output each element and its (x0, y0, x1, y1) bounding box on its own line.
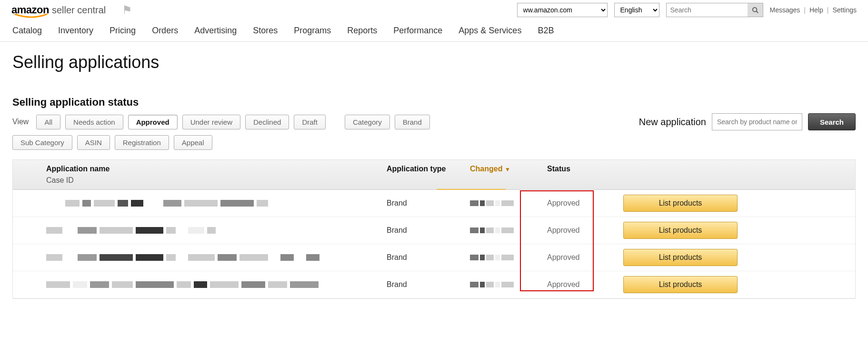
cell-application-name (46, 200, 387, 207)
cell-status: Approved (547, 199, 623, 208)
nav-catalog[interactable]: Catalog (12, 26, 42, 36)
nav-inventory[interactable]: Inventory (58, 26, 93, 36)
list-products-button[interactable]: List products (623, 222, 738, 239)
th-application-type[interactable]: Application type (387, 165, 470, 185)
language-select[interactable]: English (614, 3, 659, 17)
marketplace-select[interactable]: ww.amazon.com (517, 3, 608, 17)
filter-appeal[interactable]: Appeal (174, 135, 212, 150)
section-title: Selling application status (12, 96, 856, 109)
page-title: Selling applications (12, 52, 856, 72)
cell-changed (470, 200, 547, 206)
nav-orders[interactable]: Orders (152, 26, 178, 36)
global-search-input[interactable] (667, 3, 748, 17)
nav-performance[interactable]: Performance (393, 26, 442, 36)
list-products-button[interactable]: List products (623, 195, 738, 212)
cell-application-name (46, 281, 387, 288)
logo[interactable]: amazon seller central (11, 4, 106, 16)
nav-reports[interactable]: Reports (347, 26, 377, 36)
filter-all[interactable]: All (36, 115, 60, 129)
top-bar: amazon seller central ⚑ ww.amazon.com En… (0, 0, 868, 18)
svg-point-0 (752, 8, 757, 12)
type-filter-brand[interactable]: Brand (395, 115, 430, 129)
sort-desc-icon: ▼ (505, 166, 510, 173)
cell-status: Approved (547, 226, 623, 235)
list-products-button[interactable]: List products (623, 249, 738, 266)
cell-status: Approved (547, 253, 623, 262)
th-application-name[interactable]: Application name (46, 165, 387, 173)
cell-type: Brand (387, 280, 470, 289)
cell-type: Brand (387, 253, 470, 262)
nav-pricing[interactable]: Pricing (110, 26, 136, 36)
cell-status: Approved (547, 280, 623, 289)
nav-b2b[interactable]: B2B (538, 26, 554, 36)
nav-stores[interactable]: Stores (253, 26, 278, 36)
help-link[interactable]: Help (809, 6, 823, 14)
cell-application-name (46, 254, 387, 261)
new-application-group: New application Search (639, 113, 856, 130)
list-products-button[interactable]: List products (623, 276, 738, 293)
new-application-search-button[interactable]: Search (808, 113, 856, 130)
top-links: Messages | Help | Settings (770, 6, 857, 14)
filters-row-2: Sub Category ASIN Registration Appeal (12, 135, 856, 150)
filter-under-review[interactable]: Under review (182, 115, 240, 129)
applications-table: Application name Case ID Application typ… (12, 159, 856, 299)
logo-swoosh-icon (14, 13, 49, 19)
filters-row: View All Needs action Approved Under rev… (12, 113, 856, 130)
filter-needs-action[interactable]: Needs action (65, 115, 123, 129)
cell-changed (470, 255, 547, 260)
type-filter-category[interactable]: Category (345, 115, 390, 129)
new-application-input[interactable] (712, 113, 802, 130)
logo-seller-text: seller central (52, 5, 106, 16)
filter-asin[interactable]: ASIN (77, 135, 110, 150)
table-body: Brand Approved List products (13, 190, 855, 298)
filter-approved[interactable]: Approved (128, 115, 178, 129)
th-changed[interactable]: Changed ▼ (470, 165, 547, 185)
nav-programs[interactable]: Programs (294, 26, 331, 36)
messages-link[interactable]: Messages (770, 6, 800, 14)
global-search-button[interactable] (748, 3, 763, 17)
table-header: Application name Case ID Application typ… (13, 160, 855, 190)
new-application-label: New application (639, 117, 706, 128)
nav-advertising[interactable]: Advertising (194, 26, 237, 36)
cell-application-name (46, 227, 387, 234)
page-content: Selling applications Selling application… (0, 42, 868, 299)
filter-declined[interactable]: Declined (245, 115, 289, 129)
table-row: Brand Approved List products (13, 244, 855, 271)
svg-line-1 (756, 11, 758, 13)
flag-icon[interactable]: ⚑ (122, 3, 132, 17)
cell-changed (470, 227, 547, 233)
global-search (666, 3, 763, 17)
cell-type: Brand (387, 226, 470, 235)
cell-type: Brand (387, 199, 470, 208)
view-label: View (12, 118, 29, 126)
nav-apps-services[interactable]: Apps & Services (459, 26, 521, 36)
th-case-id: Case ID (46, 176, 387, 185)
settings-link[interactable]: Settings (832, 6, 857, 14)
filter-sub-category[interactable]: Sub Category (12, 135, 72, 150)
primary-nav: Catalog Inventory Pricing Orders Adverti… (0, 21, 868, 42)
table-row: Brand Approved List products (13, 217, 855, 244)
cell-changed (470, 282, 547, 287)
table-row: Brand Approved List products (13, 190, 855, 217)
search-icon (752, 7, 758, 13)
filter-registration[interactable]: Registration (115, 135, 169, 150)
filter-draft[interactable]: Draft (294, 115, 326, 129)
table-row: Brand Approved List products (13, 271, 855, 298)
th-status[interactable]: Status (547, 165, 623, 185)
